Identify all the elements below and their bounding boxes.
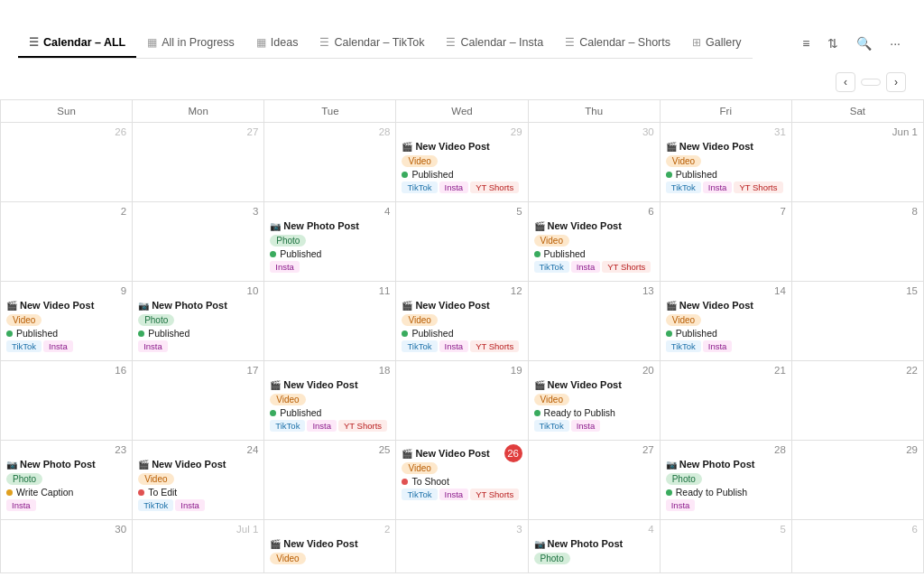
day-number: 8 [798, 206, 918, 217]
day-cell[interactable]: 10📷 New Photo PostPhotoPublishedInsta [133, 282, 264, 361]
day-cell[interactable]: 30 [1, 520, 133, 573]
tab-calendar-shorts[interactable]: ☰Calendar – Shorts [554, 29, 681, 58]
day-cell[interactable]: 15 [792, 282, 924, 361]
day-cell[interactable]: 3 [396, 520, 528, 573]
status-label: Published [280, 248, 321, 259]
tab-calendar-all[interactable]: ☰Calendar – ALL [18, 29, 136, 58]
tab-label: Gallery [706, 36, 742, 49]
calendar-event[interactable]: 🎬 New Video PostVideoPublishedTikTokInst… [402, 141, 522, 193]
tab-label: Calendar – Shorts [579, 36, 670, 49]
platform-tags: Insta [6, 499, 126, 511]
day-cell[interactable]: 30 [529, 123, 661, 202]
day-cell[interactable]: 27 [529, 441, 661, 520]
calendar-event[interactable]: 🎬 New Video PostVideoPublishedTikTokInst… [666, 300, 786, 352]
day-header: Sun [1, 100, 133, 123]
tab-gallery[interactable]: ⊞Gallery [681, 29, 753, 58]
platform-tag: Insta [666, 499, 696, 511]
day-cell[interactable]: Jun 1 [792, 123, 924, 202]
type-tag: Video [534, 235, 569, 247]
calendar-event[interactable]: 🎬 New Video PostVideo [270, 538, 390, 566]
week-row: 30Jul 12🎬 New Video PostVideo34📷 New Pho… [1, 520, 924, 573]
day-cell[interactable]: 28📷 New Photo PostPhotoReady to PublishI… [661, 441, 792, 520]
calendar-event[interactable]: 📷 New Photo PostPhotoReady to PublishIns… [666, 459, 786, 511]
tab-ideas[interactable]: ▦Ideas [245, 29, 310, 58]
day-cell[interactable]: 28 [264, 123, 396, 202]
event-emoji: 📷 [138, 301, 149, 311]
day-cell[interactable]: 5 [661, 520, 792, 573]
platform-tag: Insta [270, 261, 300, 273]
day-cell[interactable]: 5 [396, 202, 528, 282]
day-cell[interactable]: 9🎬 New Video PostVideoPublishedTikTokIns… [1, 282, 133, 361]
day-cell[interactable]: 29🎬 New Video PostVideoPublishedTikTokIn… [396, 123, 528, 202]
platform-tag: TikTok [534, 420, 569, 432]
header-actions: ≡ ⇅ 🔍 ··· [797, 25, 906, 61]
calendar-event[interactable]: 🎬 New Video PostVideoPublishedTikTokInst… [402, 300, 522, 352]
day-cell[interactable]: 20🎬 New Video PostVideoReady to PublishT… [529, 361, 661, 441]
calendar-event[interactable]: 🎬 New Video PostVideoPublishedTikTokInst… [666, 141, 786, 193]
calendar-event[interactable]: 📷 New Photo PostPhoto [534, 538, 654, 566]
day-cell[interactable]: 17 [133, 361, 264, 441]
day-cell[interactable]: 19 [396, 361, 528, 441]
day-cell[interactable]: 29 [792, 441, 924, 520]
day-cell[interactable]: 6🎬 New Video PostVideoPublishedTikTokIns… [529, 202, 661, 282]
day-cell[interactable]: 11 [264, 282, 396, 361]
calendar-event[interactable]: 🎬 New Video PostVideoTo EditTikTokInsta [138, 459, 258, 511]
event-title: 🎬 New Video Post [402, 448, 504, 459]
day-number: 13 [534, 285, 654, 296]
day-headers: SunMonTueWedThuFriSat [1, 100, 924, 123]
calendar-event[interactable]: 🎬 New Video PostVideoPublishedTikTokInst… [6, 300, 126, 352]
tab-calendar-tiktok[interactable]: ☰Calendar – TikTok [309, 29, 435, 58]
day-number: 4 [534, 524, 654, 535]
day-cell[interactable]: 13 [529, 282, 661, 361]
today-button[interactable] [861, 79, 881, 86]
day-cell[interactable]: 12🎬 New Video PostVideoPublishedTikTokIn… [396, 282, 528, 361]
calendar-event[interactable]: 📷 New Photo PostPhotoPublishedInsta [270, 220, 390, 273]
day-cell[interactable]: 8 [792, 202, 924, 282]
status-label: To Shoot [411, 476, 448, 487]
day-cell[interactable]: 16 [1, 361, 133, 441]
day-cell[interactable]: 6 [792, 520, 924, 573]
day-cell[interactable]: 27 [133, 123, 264, 202]
next-month-button[interactable]: › [886, 72, 906, 92]
platform-tags: TikTokInstaYT Shorts [402, 340, 522, 352]
day-cell[interactable]: 18🎬 New Video PostVideoPublishedTikTokIn… [264, 361, 396, 441]
calendar-event[interactable]: 🎬 New Video PostVideoReady to PublishTik… [534, 379, 654, 432]
day-cell[interactable]: 22 [792, 361, 924, 441]
event-emoji: 🎬 [402, 301, 412, 311]
day-cell[interactable]: 2 [1, 202, 133, 282]
sort-icon[interactable]: ⇅ [822, 33, 844, 54]
day-cell[interactable]: 3 [133, 202, 264, 282]
day-cell[interactable]: 31🎬 New Video PostVideoPublishedTikTokIn… [661, 123, 792, 202]
more-icon[interactable]: ··· [884, 33, 906, 54]
day-cell[interactable]: 23📷 New Photo PostPhotoWrite CaptionInst… [1, 441, 133, 520]
event-status: To Shoot [402, 476, 522, 487]
day-cell[interactable]: 24🎬 New Video PostVideoTo EditTikTokInst… [133, 441, 264, 520]
calendar-event[interactable]: 🎬 New Video PostVideoPublishedTikTokInst… [270, 379, 390, 432]
status-label: To Edit [148, 487, 177, 498]
platform-tags: TikTokInsta [138, 499, 258, 511]
calendar-event[interactable]: 📷 New Photo PostPhotoWrite CaptionInsta [6, 459, 126, 511]
day-cell[interactable]: 26 [1, 123, 133, 202]
status-label: Published [411, 328, 453, 339]
calendar-event[interactable]: 📷 New Photo PostPhotoPublishedInsta [138, 300, 258, 352]
day-cell[interactable]: 4📷 New Photo PostPhotoPublishedInsta [264, 202, 396, 282]
prev-month-button[interactable]: ‹ [836, 72, 855, 92]
event-emoji: 📷 [270, 221, 281, 231]
day-cell[interactable]: 21 [661, 361, 792, 441]
day-cell[interactable]: 25 [264, 441, 396, 520]
day-cell[interactable]: 4📷 New Photo PostPhoto [529, 520, 661, 573]
tab-all-in-progress[interactable]: ▦All in Progress [136, 29, 245, 58]
filter-icon[interactable]: ≡ [797, 33, 815, 54]
status-label: Write Caption [16, 487, 73, 498]
day-cell[interactable]: 14🎬 New Video PostVideoPublishedTikTokIn… [661, 282, 792, 361]
day-cell[interactable]: 7 [661, 202, 792, 282]
day-cell[interactable]: 2🎬 New Video PostVideo [264, 520, 396, 573]
tab-icon: ☰ [446, 36, 456, 49]
calendar-event[interactable]: 🎬 New Video PostVideoPublishedTikTokInst… [534, 220, 654, 273]
platform-tag: TikTok [402, 489, 437, 500]
day-cell[interactable]: 26🎬 New Video PostVideoTo ShootTikTokIns… [396, 441, 528, 520]
day-cell[interactable]: Jul 1 [133, 520, 264, 573]
search-icon[interactable]: 🔍 [851, 33, 877, 54]
tab-calendar-insta[interactable]: ☰Calendar – Insta [435, 29, 554, 58]
day-number: 19 [402, 365, 522, 376]
